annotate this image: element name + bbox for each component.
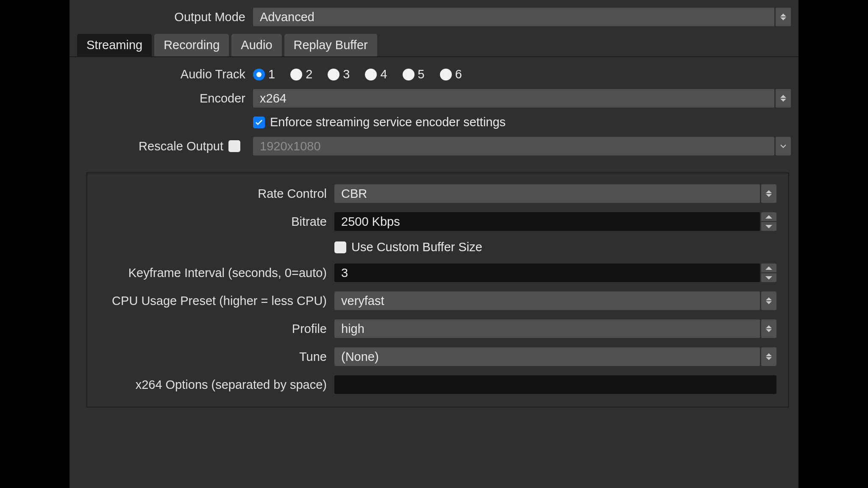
bitrate-step-down[interactable] bbox=[761, 222, 776, 231]
bitrate-row: Bitrate 2500 Kbps bbox=[92, 212, 784, 231]
rescale-checkbox[interactable] bbox=[228, 140, 240, 152]
tab-audio[interactable]: Audio bbox=[231, 34, 281, 56]
encoder-stepper-icon[interactable] bbox=[776, 89, 791, 108]
cpu-preset-dropdown[interactable]: veryfast bbox=[334, 291, 760, 310]
tune-row: Tune (None) bbox=[92, 347, 784, 366]
profile-label: Profile bbox=[99, 322, 334, 336]
tab-streaming[interactable]: Streaming bbox=[77, 34, 152, 56]
keyframe-input[interactable]: 3 bbox=[334, 263, 760, 282]
radio-icon bbox=[328, 69, 339, 80]
keyframe-step-up[interactable] bbox=[761, 263, 776, 272]
output-mode-value: Advanced bbox=[260, 10, 314, 24]
encoder-label: Encoder bbox=[77, 92, 253, 105]
audio-track-radio-6[interactable]: 6 bbox=[440, 67, 462, 81]
profile-dropdown[interactable]: high bbox=[334, 319, 760, 338]
check-icon bbox=[255, 119, 263, 125]
tune-label: Tune bbox=[99, 350, 334, 364]
bitrate-label: Bitrate bbox=[99, 215, 334, 229]
rate-control-stepper-icon[interactable] bbox=[761, 184, 776, 203]
audio-track-row: Audio Track 1 2 3 4 5 6 bbox=[70, 67, 798, 81]
x264-opts-input[interactable] bbox=[334, 375, 776, 394]
cpu-preset-row: CPU Usage Preset (higher = less CPU) ver… bbox=[92, 291, 784, 310]
radio-icon bbox=[403, 69, 415, 80]
audio-track-radio-4[interactable]: 4 bbox=[365, 67, 387, 81]
bitrate-input[interactable]: 2500 Kbps bbox=[334, 212, 760, 231]
radio-icon bbox=[253, 69, 265, 80]
x264-opts-label: x264 Options (separated by space) bbox=[99, 378, 334, 392]
rate-control-dropdown[interactable]: CBR bbox=[334, 184, 760, 203]
output-mode-stepper-icon[interactable] bbox=[776, 8, 791, 26]
profile-row: Profile high bbox=[92, 319, 784, 338]
enforce-row: Enforce streaming service encoder settin… bbox=[70, 115, 798, 129]
radio-icon bbox=[290, 69, 302, 80]
encoder-row: Encoder x264 bbox=[70, 89, 798, 108]
x264-opts-row: x264 Options (separated by space) bbox=[92, 375, 784, 394]
enforce-checkbox[interactable] bbox=[253, 116, 265, 128]
encoder-dropdown[interactable]: x264 bbox=[253, 89, 774, 108]
settings-panel: Output Mode Advanced Streaming Recording… bbox=[70, 0, 798, 488]
rescale-chevron-icon[interactable] bbox=[776, 137, 791, 155]
audio-track-label: Audio Track bbox=[77, 67, 253, 81]
bitrate-stepper[interactable] bbox=[761, 212, 776, 231]
enforce-label: Enforce streaming service encoder settin… bbox=[270, 115, 506, 129]
rescale-value: 1920x1080 bbox=[260, 139, 321, 153]
check-icon bbox=[231, 143, 238, 149]
tune-stepper-icon[interactable] bbox=[761, 347, 776, 366]
rate-control-row: Rate Control CBR bbox=[92, 184, 784, 203]
rescale-row: Rescale Output 1920x1080 bbox=[70, 137, 798, 155]
output-tabs: Streaming Recording Audio Replay Buffer bbox=[70, 34, 798, 57]
custom-buffer-checkbox[interactable] bbox=[334, 241, 346, 253]
audio-track-radio-1[interactable]: 1 bbox=[253, 67, 275, 81]
check-icon bbox=[337, 244, 344, 250]
cpu-preset-label: CPU Usage Preset (higher = less CPU) bbox=[99, 294, 334, 308]
keyframe-stepper[interactable] bbox=[761, 263, 776, 282]
encoder-settings-group: Rate Control CBR Bitrate 2500 Kbps bbox=[86, 172, 789, 408]
tab-recording[interactable]: Recording bbox=[154, 34, 229, 56]
keyframe-row: Keyframe Interval (seconds, 0=auto) 3 bbox=[92, 263, 784, 282]
output-mode-dropdown[interactable]: Advanced bbox=[253, 8, 774, 26]
custom-buffer-row: Use Custom Buffer Size bbox=[92, 240, 784, 254]
encoder-value: x264 bbox=[260, 92, 287, 105]
tab-replay-buffer[interactable]: Replay Buffer bbox=[284, 34, 377, 56]
audio-track-radio-5[interactable]: 5 bbox=[403, 67, 425, 81]
output-mode-row: Output Mode Advanced bbox=[70, 8, 798, 26]
rescale-label: Rescale Output bbox=[139, 139, 223, 153]
radio-icon bbox=[365, 69, 377, 80]
bitrate-step-up[interactable] bbox=[761, 212, 776, 221]
cpu-preset-stepper-icon[interactable] bbox=[761, 291, 776, 310]
custom-buffer-label: Use Custom Buffer Size bbox=[351, 240, 482, 254]
audio-track-radio-2[interactable]: 2 bbox=[290, 67, 312, 81]
chevron-down-icon bbox=[780, 144, 787, 148]
profile-stepper-icon[interactable] bbox=[761, 319, 776, 338]
keyframe-label: Keyframe Interval (seconds, 0=auto) bbox=[99, 266, 334, 280]
keyframe-step-down[interactable] bbox=[761, 273, 776, 282]
tune-dropdown[interactable]: (None) bbox=[334, 347, 760, 366]
audio-track-radio-3[interactable]: 3 bbox=[328, 67, 350, 81]
output-mode-label: Output Mode bbox=[77, 10, 253, 24]
rescale-dropdown[interactable]: 1920x1080 bbox=[253, 137, 774, 155]
audio-track-radios: 1 2 3 4 5 6 bbox=[253, 67, 791, 81]
rate-control-label: Rate Control bbox=[99, 187, 334, 201]
radio-icon bbox=[440, 69, 452, 80]
